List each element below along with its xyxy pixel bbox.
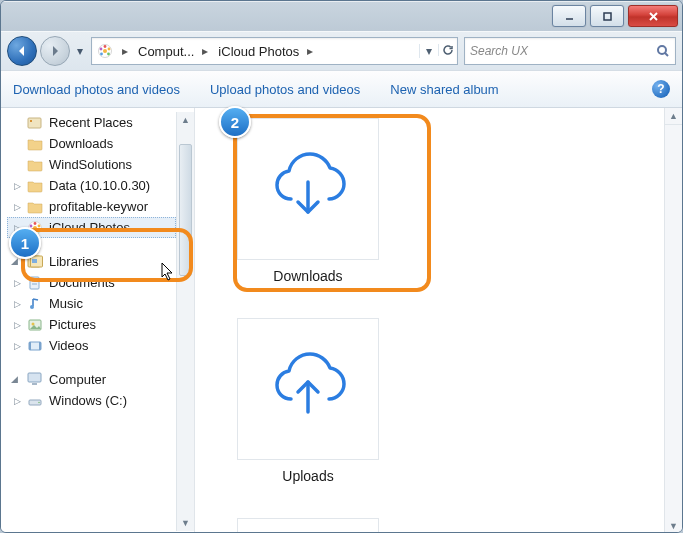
icloud-photos-icon bbox=[97, 43, 113, 59]
svg-point-17 bbox=[34, 222, 37, 225]
sidebar-group-computer[interactable]: ◢ Computer bbox=[7, 368, 176, 390]
svg-rect-14 bbox=[30, 120, 32, 122]
new-shared-album-button[interactable]: New shared album bbox=[390, 82, 498, 97]
svg-point-30 bbox=[32, 322, 35, 325]
svg-point-10 bbox=[100, 48, 103, 51]
toolbar: Download photos and videos Upload photos… bbox=[1, 70, 682, 108]
scroll-up-icon[interactable]: ▲ bbox=[665, 108, 682, 125]
explorer-window: ▾ ▸ Comput... ▸ iCloud Photos ▸ ▾ Search… bbox=[0, 0, 683, 533]
svg-rect-34 bbox=[28, 373, 41, 382]
sidebar-item-label: Pictures bbox=[49, 317, 96, 332]
sidebar-item-label: Windows (C:) bbox=[49, 393, 127, 408]
svg-point-6 bbox=[104, 45, 107, 48]
folder-icon bbox=[27, 199, 43, 215]
body: Recent Places Downloads WindSolutions ▷ … bbox=[1, 108, 682, 533]
svg-rect-1 bbox=[604, 13, 611, 20]
recent-icon bbox=[27, 115, 43, 131]
breadcrumb-segment[interactable]: iCloud Photos bbox=[212, 38, 302, 64]
download-photos-button[interactable]: Download photos and videos bbox=[13, 82, 180, 97]
help-button[interactable]: ? bbox=[652, 80, 670, 98]
svg-point-28 bbox=[30, 305, 34, 309]
chevron-right-icon[interactable]: ▸ bbox=[117, 38, 132, 64]
computer-icon bbox=[26, 370, 44, 388]
svg-point-7 bbox=[108, 48, 111, 51]
sidebar-scrollbar[interactable]: ▲ ▼ bbox=[176, 112, 194, 531]
sidebar-item-windows-c[interactable]: ▷ Windows (C:) bbox=[7, 390, 176, 411]
sidebar-item-videos[interactable]: ▷ Videos bbox=[7, 335, 176, 356]
badge-1: 1 bbox=[9, 227, 41, 259]
chevron-right-icon[interactable]: ▸ bbox=[302, 38, 317, 64]
maximize-button[interactable] bbox=[590, 5, 624, 27]
svg-rect-24 bbox=[32, 259, 37, 263]
scroll-thumb[interactable] bbox=[179, 144, 192, 276]
sidebar-item-pictures[interactable]: ▷ Pictures bbox=[7, 314, 176, 335]
sidebar-group-label: Computer bbox=[49, 372, 106, 387]
nav-history-dropdown[interactable]: ▾ bbox=[73, 40, 87, 62]
sidebar-item-profitable-keywords[interactable]: ▷ profitable-keywor bbox=[7, 196, 176, 217]
folder-label: Downloads bbox=[273, 268, 342, 284]
search-input[interactable]: Search UX bbox=[464, 37, 676, 65]
sidebar-item-label: iCloud Photos bbox=[49, 220, 130, 235]
svg-line-12 bbox=[665, 53, 668, 56]
sidebar: Recent Places Downloads WindSolutions ▷ … bbox=[1, 108, 195, 533]
expand-icon[interactable]: ▷ bbox=[11, 319, 23, 331]
sidebar-item-label: Documents bbox=[49, 275, 115, 290]
svg-point-19 bbox=[37, 229, 40, 232]
svg-rect-25 bbox=[30, 277, 39, 289]
cloud-download-icon bbox=[237, 118, 379, 260]
folder-label: Uploads bbox=[282, 468, 333, 484]
folder-shared[interactable]: Shared bbox=[213, 518, 403, 533]
titlebar[interactable] bbox=[1, 1, 682, 31]
expand-icon[interactable]: ▷ bbox=[11, 201, 23, 213]
folder-downloads[interactable]: Downloads bbox=[213, 118, 403, 308]
drive-icon bbox=[27, 393, 43, 409]
svg-rect-35 bbox=[32, 383, 37, 385]
badge-2: 2 bbox=[219, 106, 251, 138]
search-icon bbox=[656, 44, 670, 58]
scroll-down-icon[interactable]: ▼ bbox=[665, 518, 682, 533]
cloud-icon bbox=[237, 518, 379, 533]
sidebar-item-windsolutions[interactable]: WindSolutions bbox=[7, 154, 176, 175]
documents-icon bbox=[27, 275, 43, 291]
svg-point-18 bbox=[38, 224, 41, 227]
back-button[interactable] bbox=[7, 36, 37, 66]
expand-icon[interactable]: ▷ bbox=[11, 298, 23, 310]
sidebar-item-documents[interactable]: ▷ Documents bbox=[7, 272, 176, 293]
collapse-icon[interactable]: ◢ bbox=[11, 374, 23, 384]
sidebar-item-music[interactable]: ▷ Music bbox=[7, 293, 176, 314]
content-scrollbar[interactable]: ▲ ▼ bbox=[664, 108, 682, 533]
refresh-button[interactable] bbox=[438, 44, 457, 56]
scroll-down-icon[interactable]: ▼ bbox=[177, 515, 194, 531]
pictures-icon bbox=[27, 317, 43, 333]
forward-button[interactable] bbox=[40, 36, 70, 66]
svg-point-5 bbox=[103, 49, 107, 53]
sidebar-item-recent-places[interactable]: Recent Places bbox=[7, 112, 176, 133]
folder-icon bbox=[27, 178, 43, 194]
sidebar-item-data[interactable]: ▷ Data (10.10.0.30) bbox=[7, 175, 176, 196]
minimize-button[interactable] bbox=[552, 5, 586, 27]
scroll-up-icon[interactable]: ▲ bbox=[177, 112, 194, 128]
svg-rect-13 bbox=[28, 118, 41, 128]
folder-uploads[interactable]: Uploads bbox=[213, 318, 403, 508]
cloud-upload-icon bbox=[237, 318, 379, 460]
sidebar-item-label: Music bbox=[49, 296, 83, 311]
breadcrumb-segment[interactable]: Comput... bbox=[132, 38, 197, 64]
svg-rect-33 bbox=[39, 342, 41, 350]
svg-point-37 bbox=[38, 401, 40, 403]
svg-point-11 bbox=[658, 46, 666, 54]
address-dropdown[interactable]: ▾ bbox=[419, 44, 438, 58]
expand-icon[interactable]: ▷ bbox=[11, 340, 23, 352]
sidebar-item-label: Recent Places bbox=[49, 115, 133, 130]
svg-point-9 bbox=[100, 53, 103, 56]
expand-icon[interactable]: ▷ bbox=[11, 180, 23, 192]
music-icon bbox=[27, 296, 43, 312]
upload-photos-button[interactable]: Upload photos and videos bbox=[210, 82, 360, 97]
sidebar-item-label: Data (10.10.0.30) bbox=[49, 178, 150, 193]
expand-icon[interactable]: ▷ bbox=[11, 395, 23, 407]
close-button[interactable] bbox=[628, 5, 678, 27]
folder-icon bbox=[27, 157, 43, 173]
chevron-right-icon[interactable]: ▸ bbox=[197, 38, 212, 64]
address-bar[interactable]: ▸ Comput... ▸ iCloud Photos ▸ ▾ bbox=[91, 37, 458, 65]
expand-icon[interactable]: ▷ bbox=[11, 277, 23, 289]
sidebar-item-downloads[interactable]: Downloads bbox=[7, 133, 176, 154]
